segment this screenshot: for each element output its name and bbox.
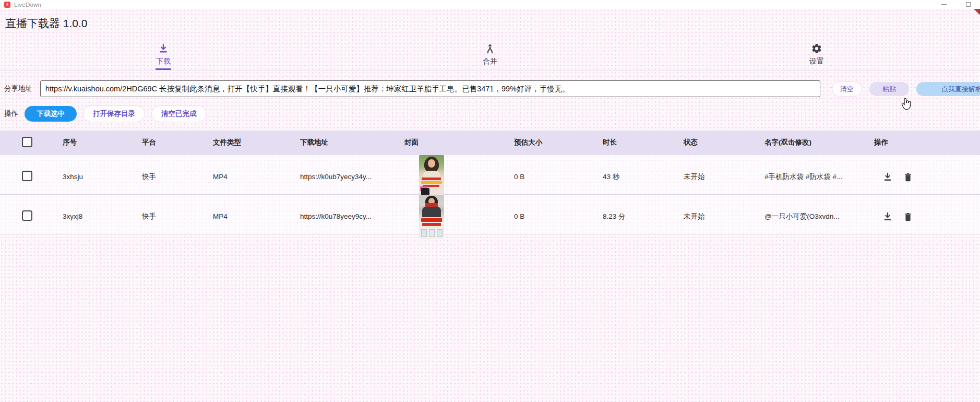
gear-icon — [811, 43, 822, 54]
col-header-ops: 操作 — [874, 138, 980, 147]
cell-duration: 43 秒 — [603, 172, 684, 182]
cell-status: 未开始 — [684, 212, 764, 221]
cell-status: 未开始 — [684, 172, 764, 182]
paste-button[interactable]: 粘贴 — [869, 82, 909, 96]
cell-url: https://k0u78yeey9cy... — [300, 212, 404, 220]
window-controls — [932, 0, 980, 9]
col-header-cover: 封面 — [404, 138, 514, 147]
cell-id: 3xyxj8 — [63, 212, 142, 220]
col-header-duration: 时长 — [603, 138, 684, 147]
tab-merge[interactable]: 合并 — [327, 43, 653, 70]
row-delete-icon[interactable] — [903, 172, 913, 182]
cell-size: 0 B — [514, 173, 603, 181]
cell-name[interactable]: @一只小可爱(O3xvdn... — [764, 212, 874, 221]
col-header-name: 名字(双击修改) — [764, 138, 874, 147]
cover-thumbnail — [419, 195, 444, 239]
col-header-size: 预估大小 — [514, 138, 603, 147]
window-titlebar: LiveDown — [0, 0, 980, 9]
table-row: 3xyxj8 快手 MP4 https://k0u78yeey9cy... 0 … — [0, 195, 980, 234]
clear-completed-button[interactable]: 清空已完成 — [151, 105, 207, 122]
app-logo-icon — [4, 2, 10, 8]
download-selected-button[interactable]: 下载选中 — [25, 106, 77, 122]
action-row: 操作 下载选中 打开保存目录 清空已完成 — [0, 105, 980, 122]
maximize-icon — [966, 2, 971, 7]
minimize-button[interactable] — [932, 0, 956, 9]
cell-filetype: MP4 — [213, 173, 300, 181]
table-header: 序号 平台 文件类型 下载地址 封面 预估大小 时长 状态 名字(双击修改) 操… — [0, 131, 980, 155]
merge-icon — [484, 43, 496, 54]
share-url-row: 分享地址 清空 粘贴 点我直接解析地址 — [0, 80, 980, 97]
cell-name[interactable]: #手机防水袋 #防水袋 #... — [764, 172, 874, 182]
maximize-button[interactable] — [956, 0, 980, 9]
share-url-label: 分享地址 — [4, 84, 32, 93]
row-checkbox[interactable] — [22, 210, 32, 221]
clear-input-button[interactable]: 清空 — [832, 81, 862, 97]
row-delete-icon[interactable] — [903, 211, 913, 222]
cell-id: 3xhsju — [63, 173, 142, 181]
tab-download[interactable]: 下载 — [0, 43, 327, 70]
tab-settings[interactable]: 设置 — [653, 43, 980, 70]
row-checkbox[interactable] — [22, 171, 32, 181]
row-download-icon[interactable] — [882, 172, 893, 182]
cell-platform: 快手 — [142, 212, 213, 221]
tab-merge-label: 合并 — [483, 57, 497, 66]
minimize-icon — [941, 4, 947, 5]
page-title: 直播下载器 1.0.0 — [5, 16, 980, 31]
tab-bar: 下载 合并 设置 — [0, 43, 980, 70]
col-header-platform: 平台 — [142, 138, 213, 147]
main-area: 直播下载器 1.0.0 下载 合并 设置 分享地址 — [0, 9, 980, 402]
download-icon — [158, 43, 169, 54]
cell-duration: 8.23 分 — [603, 212, 684, 221]
table-row: 3xhsju 快手 MP4 https://k0ub7yecy34y... 0 … — [0, 155, 980, 195]
col-header-url: 下载地址 — [300, 138, 404, 147]
cell-filetype: MP4 — [213, 212, 300, 220]
col-header-filetype: 文件类型 — [213, 138, 300, 147]
select-all-checkbox[interactable] — [22, 137, 32, 147]
cell-url: https://k0ub7yecy34y... — [300, 173, 404, 181]
tab-download-label: 下载 — [156, 57, 171, 66]
col-header-id: 序号 — [63, 138, 142, 147]
col-header-status: 状态 — [684, 138, 764, 147]
parse-url-button[interactable]: 点我直接解析地址 — [916, 82, 980, 96]
cell-platform: 快手 — [142, 172, 213, 182]
window-title: LiveDown — [14, 2, 41, 8]
share-url-input[interactable] — [40, 80, 820, 97]
open-save-dir-button[interactable]: 打开保存目录 — [83, 105, 145, 122]
cell-size: 0 B — [514, 212, 603, 220]
action-label: 操作 — [4, 109, 18, 119]
row-download-icon[interactable] — [882, 211, 893, 222]
cover-thumbnail — [419, 155, 444, 199]
tab-settings-label: 设置 — [809, 57, 824, 66]
